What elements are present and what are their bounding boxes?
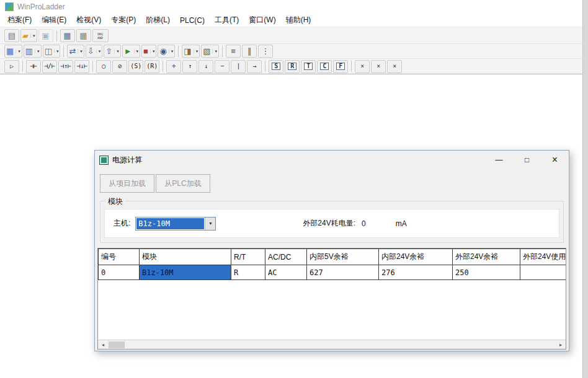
table-cell[interactable]: B1z-10M bbox=[140, 265, 231, 280]
menu-item[interactable]: 专案(P) bbox=[106, 13, 141, 27]
reset-instruction-icon[interactable]: R bbox=[285, 60, 300, 73]
dropdown-arrow-icon[interactable]: ▾ bbox=[78, 49, 82, 53]
app-titlebar[interactable]: WinProLadder bbox=[0, 0, 588, 14]
table-cell[interactable]: 0 bbox=[99, 265, 140, 280]
org-and-icon[interactable]: ORG AND bbox=[92, 29, 109, 42]
table-header-cell[interactable]: 外部24V使用 bbox=[520, 249, 566, 265]
close-button[interactable]: × bbox=[541, 151, 569, 169]
table-cell[interactable]: R bbox=[231, 265, 265, 280]
table-cell[interactable]: AC bbox=[265, 265, 307, 280]
external-24v-unit: mA bbox=[396, 219, 407, 228]
menu-item[interactable]: 档案(F) bbox=[2, 13, 37, 27]
coil-not-icon[interactable]: ⊘ bbox=[112, 60, 127, 73]
table-row[interactable]: 0B1z-10MRAC627276250 bbox=[99, 265, 566, 280]
menu-item[interactable]: 检视(V) bbox=[71, 13, 106, 27]
horizontal-wire-icon[interactable]: − bbox=[215, 60, 229, 73]
download-program-icon[interactable]: ⇩▾ bbox=[86, 45, 102, 58]
dropdown-arrow-icon[interactable]: ▾ bbox=[194, 49, 198, 53]
host-combobox[interactable]: B1z-10M ▼ bbox=[135, 217, 216, 231]
grid-view-icon[interactable]: ▦ bbox=[76, 29, 91, 42]
table-cell[interactable]: 276 bbox=[379, 265, 453, 280]
scrollbar-thumb[interactable] bbox=[109, 341, 125, 348]
chevron-down-icon[interactable]: ▼ bbox=[205, 218, 215, 230]
menu-item[interactable]: 工具(T) bbox=[210, 13, 244, 27]
power-table: 编号模块R/TAC/DC内部5V余裕内部24V余裕外部24V余裕外部24V使用0… bbox=[98, 248, 566, 280]
dropdown-arrow-icon[interactable]: ▾ bbox=[35, 49, 40, 53]
dropdown-arrow-icon[interactable]: ▾ bbox=[114, 49, 119, 53]
table-header-cell[interactable]: 内部24V余裕 bbox=[379, 249, 453, 265]
set-instruction-icon[interactable]: S bbox=[269, 60, 283, 73]
coil-reset-icon[interactable]: (R) bbox=[145, 60, 159, 73]
vertical-wire-icon[interactable]: ∣ bbox=[231, 60, 246, 73]
dropdown-arrow-icon[interactable]: ▾ bbox=[54, 49, 59, 53]
table-header-cell[interactable]: 外部24V余裕 bbox=[453, 249, 520, 265]
horizontal-scrollbar[interactable]: ◂ ▸ bbox=[98, 340, 566, 349]
dialog-titlebar[interactable]: 电源计算 — □ × bbox=[95, 151, 569, 169]
dropdown-arrow-icon[interactable]: ▾ bbox=[212, 49, 217, 53]
table-cell[interactable]: 627 bbox=[307, 265, 379, 280]
online-connect-icon[interactable]: ⇄▾ bbox=[67, 45, 84, 58]
coil-set-icon[interactable]: (S) bbox=[128, 60, 143, 73]
wire-right-icon[interactable]: → bbox=[247, 60, 262, 73]
maximize-button[interactable]: □ bbox=[513, 151, 541, 169]
save-icon[interactable]: ▣ bbox=[38, 29, 53, 42]
power-calc-icon[interactable]: ▧▾ bbox=[201, 45, 219, 58]
contact-rising-icon[interactable]: ⊣↑⊢ bbox=[58, 60, 73, 73]
contact-no-icon[interactable]: ⊣⊢ bbox=[26, 60, 41, 73]
delete-row-icon[interactable]: × bbox=[371, 60, 386, 73]
table-header-cell[interactable]: 模块 bbox=[140, 249, 231, 265]
minimize-button[interactable]: — bbox=[485, 151, 513, 169]
upload-program-icon[interactable]: ⇧▾ bbox=[104, 45, 120, 58]
table-header-cell[interactable]: 内部5V余裕 bbox=[307, 249, 379, 265]
snap-grid-icon[interactable]: ⋮ bbox=[258, 45, 273, 58]
function-instruction-icon[interactable]: F bbox=[333, 60, 348, 73]
menu-item[interactable]: 阶梯(L) bbox=[141, 13, 175, 27]
menu-item[interactable]: 辅助(H) bbox=[281, 13, 316, 27]
app-title: WinProLadder bbox=[17, 2, 65, 11]
dropdown-arrow-icon[interactable]: ▾ bbox=[134, 49, 139, 53]
dropdown-arrow-icon[interactable]: ▾ bbox=[30, 33, 35, 38]
scroll-left-icon[interactable]: ◂ bbox=[98, 340, 108, 349]
new-file-icon[interactable]: ▤ bbox=[4, 29, 19, 42]
counter-instruction-icon[interactable]: C bbox=[317, 60, 332, 73]
menu-item[interactable]: 窗口(W) bbox=[244, 13, 280, 27]
stop-plc-icon[interactable]: ■▾ bbox=[141, 45, 156, 58]
table-cell[interactable] bbox=[520, 265, 566, 280]
menu-item[interactable]: PLC(C) bbox=[175, 14, 210, 27]
open-file-icon[interactable]: ▰▾ bbox=[20, 29, 37, 42]
dropdown-arrow-icon[interactable]: ▾ bbox=[150, 49, 155, 53]
invert-element-icon[interactable]: ÷ bbox=[166, 60, 181, 73]
monitor-mode-icon[interactable]: ◉▾ bbox=[158, 45, 175, 58]
contact-falling-icon[interactable]: ⊣↓⊢ bbox=[74, 60, 89, 73]
watch-window-icon[interactable]: ▥▾ bbox=[24, 45, 42, 58]
select-pointer-icon[interactable]: ▷ bbox=[4, 60, 19, 73]
table-header-cell[interactable]: R/T bbox=[231, 249, 265, 265]
coil-out-icon[interactable]: ◯ bbox=[96, 60, 111, 73]
table-header-cell[interactable]: 编号 bbox=[99, 249, 140, 265]
align-rows-icon[interactable]: ≡ bbox=[226, 45, 241, 58]
edit-tools-icon[interactable]: ◨▾ bbox=[182, 45, 200, 58]
delete-element-icon[interactable]: × bbox=[355, 60, 370, 73]
menu-item[interactable]: 编辑(E) bbox=[37, 13, 71, 27]
align-columns-icon[interactable]: ∥ bbox=[242, 45, 257, 58]
scroll-right-icon[interactable]: ▸ bbox=[556, 340, 566, 349]
falling-pulse-icon[interactable]: ↓ bbox=[198, 60, 213, 73]
status-monitor-icon[interactable]: ▦▾ bbox=[4, 45, 22, 58]
dropdown-arrow-icon[interactable]: ▾ bbox=[16, 49, 20, 53]
table-header-cell[interactable]: AC/DC bbox=[265, 249, 307, 265]
dropdown-arrow-icon[interactable]: ▾ bbox=[96, 49, 101, 53]
io-status-icon[interactable]: ◫▾ bbox=[43, 45, 61, 58]
app-icon bbox=[5, 2, 14, 11]
run-plc-icon[interactable]: ►▾ bbox=[122, 45, 140, 58]
table-cell[interactable]: 250 bbox=[453, 265, 520, 280]
host-combobox-value: B1z-10M bbox=[136, 218, 204, 229]
rising-pulse-icon[interactable]: ↑ bbox=[182, 60, 197, 73]
timer-instruction-icon[interactable]: T bbox=[301, 60, 316, 73]
load-button-row: 从项目加载 从PLC加载 bbox=[100, 174, 569, 193]
dropdown-arrow-icon[interactable]: ▾ bbox=[169, 49, 174, 53]
ladder-view-icon[interactable]: ▦ bbox=[60, 29, 75, 42]
load-from-project-button[interactable]: 从项目加载 bbox=[100, 174, 154, 193]
contact-nc-icon[interactable]: ⊣/⊢ bbox=[42, 60, 57, 73]
delete-column-icon[interactable]: × bbox=[387, 60, 402, 73]
load-from-plc-button[interactable]: 从PLC加载 bbox=[156, 174, 210, 193]
